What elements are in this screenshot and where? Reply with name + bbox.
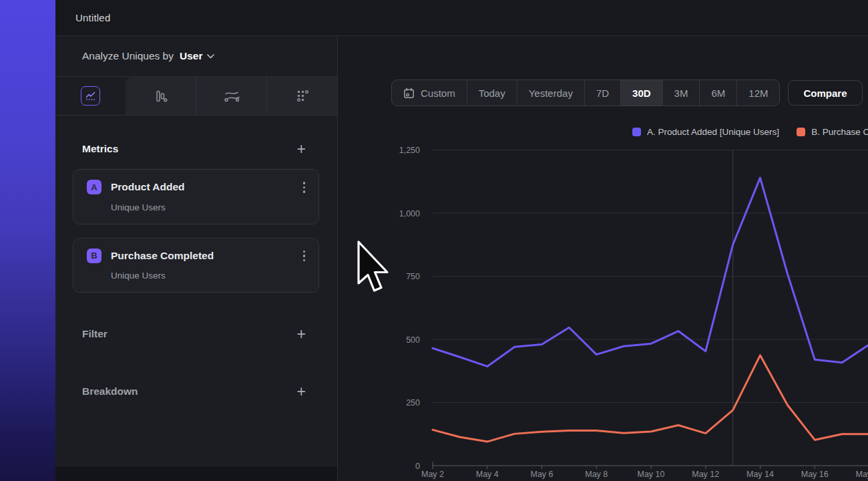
range-button-7d[interactable]: 7D — [585, 80, 621, 106]
range-button-6m[interactable]: 6M — [700, 80, 737, 106]
chart-type-tabs-inactive-group — [126, 77, 337, 115]
svg-text:250: 250 — [406, 398, 420, 408]
chart-legend: A. Product Added [Unique Users]B. Purcha… — [632, 127, 868, 137]
legend-item[interactable]: B. Purchase Completed [Unique Users] — [797, 127, 868, 137]
calendar-icon — [403, 88, 415, 99]
svg-text:May 2: May 2 — [421, 470, 444, 479]
filter-section: Filter + — [55, 327, 337, 341]
metrics-section: Metrics + AProduct AddedUnique UsersBPur… — [55, 142, 337, 293]
date-range-bar: CustomTodayYesterday7D30D3M6M12M Compare — [391, 79, 863, 106]
legend-swatch — [632, 128, 641, 136]
metric-card-list: AProduct AddedUnique UsersBPurchase Comp… — [73, 169, 319, 293]
add-metric-button[interactable]: + — [297, 142, 306, 156]
metric-measurement[interactable]: Unique Users — [111, 271, 308, 281]
svg-text:750: 750 — [406, 272, 420, 281]
svg-text:1,000: 1,000 — [399, 209, 420, 218]
grid-dots-icon — [294, 88, 310, 104]
svg-text:May 10: May 10 — [638, 470, 665, 479]
report-title[interactable]: Untitled — [75, 12, 110, 23]
chart-panel: CustomTodayYesterday7D30D3M6M12M Compare… — [338, 36, 868, 481]
svg-text:May 14: May 14 — [746, 470, 774, 479]
chart-type-tabs — [55, 77, 337, 116]
app-window: Untitled Analyze Uniques by User — [55, 0, 868, 481]
kebab-menu-icon[interactable] — [300, 249, 308, 264]
metric-measurement[interactable]: Unique Users — [111, 202, 308, 212]
flow-chart-icon — [223, 88, 240, 104]
metrics-title: Metrics — [82, 143, 118, 155]
chart-canvas[interactable]: 02505007501,0001,250May 2May 4May 6May 8… — [338, 142, 868, 481]
tab-line-chart[interactable] — [55, 77, 126, 115]
svg-text:May 16: May 16 — [801, 470, 829, 479]
query-sidebar: Analyze Uniques by User — [55, 36, 338, 481]
analyze-by-value: User — [180, 50, 202, 62]
range-button-custom[interactable]: Custom — [392, 80, 467, 106]
metric-name: Purchase Completed — [111, 250, 214, 262]
svg-text:0: 0 — [415, 462, 420, 471]
metric-card-a[interactable]: AProduct AddedUnique Users — [73, 169, 319, 224]
svg-text:May 18: May 18 — [856, 470, 868, 479]
range-button-3m[interactable]: 3M — [663, 80, 700, 106]
breakdown-section: Breakdown + — [55, 385, 337, 398]
metric-name: Product Added — [111, 181, 185, 193]
svg-text:May 12: May 12 — [692, 470, 719, 479]
legend-swatch — [797, 128, 805, 136]
analyze-row: Analyze Uniques by User — [55, 36, 337, 77]
metric-badge: A — [87, 180, 101, 194]
bar-chart-icon — [153, 88, 169, 104]
range-button-today[interactable]: Today — [467, 80, 517, 106]
range-button-30d[interactable]: 30D — [621, 80, 663, 106]
tab-flow-chart[interactable] — [196, 77, 266, 115]
breakdown-title: Breakdown — [82, 385, 138, 397]
kebab-menu-icon[interactable] — [300, 180, 308, 195]
svg-text:500: 500 — [406, 335, 420, 345]
tab-bar-chart[interactable] — [126, 77, 196, 115]
svg-text:1,250: 1,250 — [399, 146, 420, 155]
tab-grid-dots[interactable] — [266, 77, 337, 115]
range-button-yesterday[interactable]: Yesterday — [517, 80, 585, 106]
add-filter-button[interactable]: + — [297, 327, 306, 341]
desktop-background-strip — [0, 0, 55, 481]
legend-item[interactable]: A. Product Added [Unique Users] — [632, 127, 779, 137]
sidebar-footer — [55, 467, 337, 481]
analyze-by-dropdown[interactable]: User — [180, 50, 214, 62]
metric-card-b[interactable]: BPurchase CompletedUnique Users — [73, 238, 319, 293]
compare-button[interactable]: Compare — [788, 80, 862, 106]
add-breakdown-button[interactable]: + — [297, 385, 306, 398]
top-bar: Untitled — [55, 0, 868, 36]
filter-title: Filter — [82, 328, 107, 340]
range-button-12m[interactable]: 12M — [737, 80, 779, 106]
analyze-label: Analyze Uniques by — [82, 50, 174, 62]
metric-badge: B — [87, 249, 101, 263]
date-range-group: CustomTodayYesterday7D30D3M6M12M — [391, 79, 780, 106]
chevron-down-icon — [207, 54, 214, 59]
svg-text:May 6: May 6 — [530, 470, 553, 479]
svg-text:May 4: May 4 — [476, 470, 499, 479]
svg-text:May 8: May 8 — [585, 470, 608, 479]
line-chart-icon — [81, 86, 100, 106]
